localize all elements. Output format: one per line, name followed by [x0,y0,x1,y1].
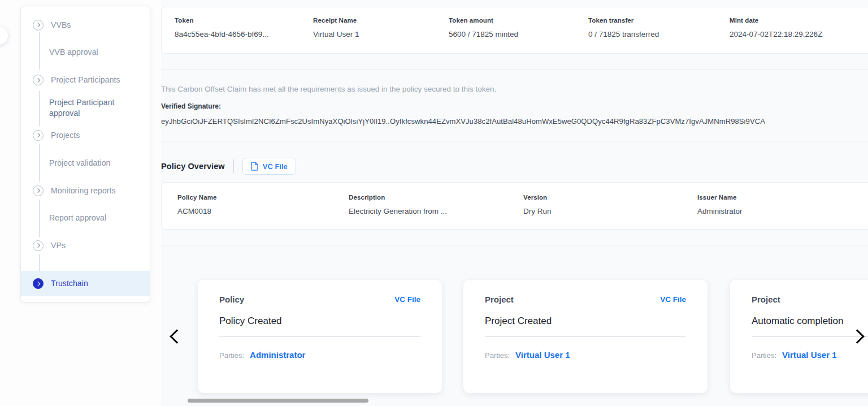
policy-field: Policy Name ACM0018 [177,194,349,229]
token-summary-card: Token 8a4c55ea-4bfd-4656-bf69... Receipt… [161,7,868,54]
token-field: Token transfer 0 / 71825 transferred [588,17,730,53]
sidebar-item-trustchain[interactable]: Trustchain [21,271,150,296]
card-category: Policy [219,295,244,304]
card-divider [219,336,420,337]
sidebar-item-label: Project Participant approval [49,97,140,118]
chevron-right-icon [33,278,44,289]
token-amount-value: 5600 / 71825 minted [449,30,588,38]
field-label: Version [523,194,697,201]
chevron-right-icon [33,130,44,141]
trustchain-card-project: Project VC File Project Created Parties:… [463,280,708,393]
verified-signature-label: Verified Signature: [161,102,221,110]
policy-overview-header: Policy Overview VC File [161,158,296,175]
trustchain-sidebar: VVBs VVB approval Project Participants P… [20,6,150,303]
token-field: Token 8a4c55ea-4bfd-4656-bf69... [175,17,313,53]
card-header: Project [752,295,868,304]
policy-overview-title: Policy Overview [161,162,225,171]
field-label: Receipt Name [313,17,449,24]
sidebar-item-label: Project validation [49,158,110,169]
chevron-right-icon [33,20,44,31]
sidebar-item-project-participants[interactable]: Project Participants [21,70,150,90]
card-title: Policy Created [219,316,420,327]
version-value: Dry Run [523,207,697,215]
card-parties: Parties: Administrator [219,350,420,360]
sidebar-item-projects[interactable]: Projects [21,129,150,141]
sidebar-item-vvb-approval[interactable]: VVB approval [21,46,150,58]
token-field: Token amount 5600 / 71825 minted [449,17,588,53]
section-divider [161,70,868,70]
horizontal-scrollbar-thumb[interactable] [188,399,368,403]
issuer-name-value: Administrator [697,207,868,215]
parties-label: Parties: [219,351,244,360]
card-divider [485,336,686,337]
policy-field: Version Dry Run [523,194,697,229]
sidebar-item-vvbs[interactable]: VVBs [21,19,150,31]
field-label: Mint date [730,17,868,24]
vc-file-button-label: VC File [263,162,288,171]
trustchain-card-project-completion: Project Automatic completion Parties: Vi… [730,280,868,393]
party-link[interactable]: Administrator [250,350,305,360]
sidebar-item-vps[interactable]: VPs [21,240,150,251]
sidebar-item-label: Report approval [49,213,106,223]
card-parties: Parties: Virtual User 1 [485,350,686,360]
token-transfer-value: 0 / 71825 transferred [588,30,730,38]
token-field: Mint date 2024-07-02T22:18:29.226Z [730,17,868,53]
chevron-left-icon[interactable] [170,329,184,343]
field-label: Token transfer [588,17,730,24]
policy-overview-card: Policy Name ACM0018 Description Electric… [161,182,868,230]
parties-label: Parties: [752,351,776,360]
sidebar-item-label: Monitoring reports [51,185,116,196]
section-divider [161,141,868,141]
policy-field: Description Electricity Generation from … [349,194,523,229]
card-parties: Parties: Virtual User 1 [752,350,868,360]
sidebar-item-project-participant-approval[interactable]: Project Participant approval [21,97,150,118]
card-title: Automatic completion [752,316,868,327]
field-label: Token [175,17,313,24]
field-label: Token amount [449,17,588,24]
receipt-name-value: Virtual User 1 [313,30,449,38]
trustchain-card-policy: Policy VC File Policy Created Parties: A… [198,280,442,393]
policy-name-value: ACM0018 [177,207,349,215]
card-category: Project [752,295,780,304]
claim-statement: This Carbon Offset Claim has met all the… [161,85,496,93]
sidebar-item-label: Projects [51,130,80,141]
vc-file-button[interactable]: VC File [242,158,296,175]
chevron-right-icon [33,185,44,196]
mint-date-value: 2024-07-02T22:18:29.226Z [730,30,868,38]
card-category: Project [485,295,514,304]
sidebar-item-label: VVBs [51,20,71,31]
section-divider [161,245,868,245]
party-link[interactable]: Virtual User 1 [515,350,570,360]
field-label: Policy Name [177,194,349,201]
sidebar-item-label: Trustchain [51,278,88,289]
connector-line [39,254,40,271]
sidebar-item-label: Project Participants [51,75,120,85]
card-header: Policy VC File [219,295,420,304]
vc-file-link[interactable]: VC File [394,295,420,304]
policy-field: Issuer Name Administrator [697,194,868,229]
party-link[interactable]: Virtual User 1 [782,350,836,360]
chevron-right-icon [33,240,44,251]
sidebar-item-label: VVB approval [49,47,98,58]
vc-file-link[interactable]: VC File [660,295,686,304]
sidebar-item-project-validation[interactable]: Project validation [21,157,150,169]
description-value: Electricity Generation from ... [349,207,523,215]
token-field: Receipt Name Virtual User 1 [313,17,449,53]
verified-signature-value: eyJhbGciOiJFZERTQSIsImI2NCI6ZmFsc2UsImNy… [161,117,765,126]
field-label: Issuer Name [697,194,868,201]
card-title: Project Created [485,316,686,327]
chevron-right-icon [33,75,44,85]
vertical-divider [233,159,234,173]
sidebar-item-label: VPs [51,240,66,251]
file-icon [251,162,258,171]
card-header: Project VC File [485,295,686,304]
field-label: Description [349,194,523,201]
sidebar-item-monitoring-reports[interactable]: Monitoring reports [21,185,150,196]
parties-label: Parties: [485,351,510,360]
sidebar-item-report-approval[interactable]: Report approval [21,212,150,223]
token-id-value: 8a4c55ea-4bfd-4656-bf69... [175,30,313,38]
